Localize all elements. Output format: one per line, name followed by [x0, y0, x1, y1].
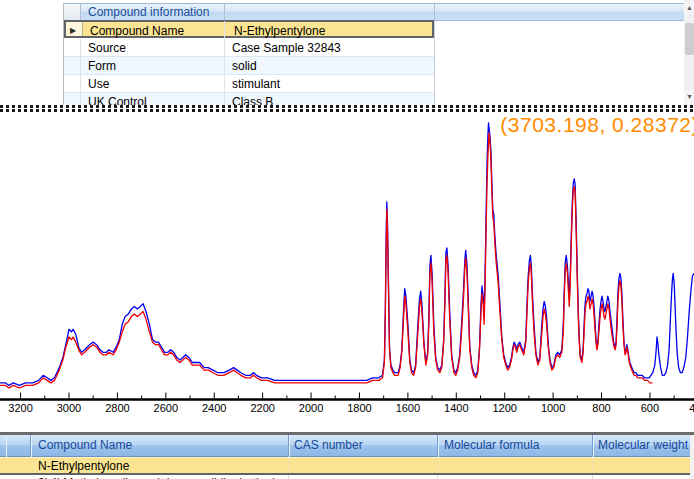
grid-line [437, 475, 438, 479]
property-label[interactable]: Use [88, 77, 109, 91]
current-row-arrow-icon: ▶ [70, 26, 76, 35]
property-value[interactable]: stimulant [232, 77, 280, 91]
grid-line [288, 475, 289, 479]
x-axis-tick-label: 2800 [105, 402, 129, 414]
grid-line [592, 475, 593, 479]
row-selector-cell[interactable] [64, 57, 81, 75]
grid-line [288, 458, 289, 474]
grid-line [437, 458, 438, 474]
row-selector-cell[interactable]: ▶ [66, 22, 83, 36]
column-separator[interactable] [437, 435, 439, 457]
property-label[interactable]: Form [88, 59, 116, 73]
spectrum-plot[interactable]: 3200300028002600240022002000180016001400… [0, 112, 694, 432]
row-selector-cell[interactable] [64, 39, 81, 57]
property-label[interactable]: Compound Name [90, 24, 184, 38]
property-value[interactable]: Case Sample 32843 [232, 41, 341, 55]
scrollbar-thumb[interactable] [685, 23, 694, 55]
property-label[interactable]: Source [88, 41, 126, 55]
result-row-selected[interactable]: N-Ethylpentylone [0, 457, 690, 473]
spectrum-trace-reference-red [0, 133, 652, 388]
column-separator[interactable] [592, 435, 594, 457]
x-axis-tick-label: 2000 [299, 402, 323, 414]
grid-line [434, 21, 435, 105]
results-header-row: Compound Name CAS number Molecular formu… [0, 435, 690, 457]
grid-line [592, 458, 593, 474]
x-axis-tick-label: 1200 [492, 402, 516, 414]
x-axis-tick-label: 2400 [202, 402, 226, 414]
x-axis-tick-label: 1400 [444, 402, 468, 414]
compound-info-table: Compound information ▶ Compound Name N-E… [63, 0, 684, 105]
table-row[interactable]: Form solid [64, 57, 434, 75]
grid-line [64, 56, 434, 57]
grid-line [30, 435, 32, 457]
x-axis-tick-label: 400 [689, 402, 694, 414]
column-header-cas-number[interactable]: CAS number [294, 438, 363, 452]
row-selector-cell[interactable] [64, 75, 81, 93]
column-header-molecular-formula[interactable]: Molecular formula [444, 438, 539, 452]
table-row[interactable]: Source Case Sample 32843 [64, 39, 434, 57]
grid-line [64, 74, 434, 75]
compound-info-header-label: Compound information [88, 5, 209, 19]
grid-line [64, 92, 434, 93]
compound-info-header-row[interactable]: Compound information [64, 3, 684, 21]
x-axis-tick-label: 800 [592, 402, 610, 414]
x-axis-tick-label: 1000 [541, 402, 565, 414]
x-axis-tick-label: 2600 [154, 402, 178, 414]
compound-name-cell[interactable]: N-Ethylpentylone [38, 459, 129, 473]
column-header-molecular-weight[interactable]: Molecular weight [598, 438, 688, 452]
table-right-gap [690, 435, 694, 479]
row-selector-header-stub[interactable] [64, 4, 81, 20]
header-column-separator [224, 4, 225, 20]
spectrum-trace-sample-blue [0, 123, 694, 386]
x-axis-tick-label: 600 [641, 402, 659, 414]
result-row[interactable]: 3',4'-Methylenedioxy-alpha-pyrrolidinobu… [0, 475, 690, 479]
spectroscopy-app-window: { "top_table": { "header": "Compound inf… [0, 0, 694, 479]
property-value[interactable]: solid [232, 59, 257, 73]
x-axis-tick-label: 1600 [396, 402, 420, 414]
grid-line [6, 435, 7, 457]
column-header-compound-name[interactable]: Compound Name [38, 438, 132, 452]
compound-results-table: Compound Name CAS number Molecular formu… [0, 435, 694, 479]
x-axis-tick-label: 3200 [8, 402, 32, 414]
column-separator[interactable] [288, 435, 290, 457]
property-value[interactable]: N-Ethylpentylone [234, 24, 325, 38]
x-axis-tick-label: 2200 [250, 402, 274, 414]
x-axis-tick-label: 1800 [347, 402, 371, 414]
spectrum-chart[interactable]: 3200300028002600240022002000180016001400… [0, 112, 694, 432]
scroll-up-icon[interactable]: ▲ [684, 1, 694, 15]
header-column-separator [434, 4, 435, 20]
pane-splitter[interactable] [0, 105, 694, 112]
x-axis-tick-label: 3000 [57, 402, 81, 414]
scroll-down-icon[interactable]: ▼ [684, 90, 694, 104]
table-row[interactable]: Use stimulant [64, 75, 434, 93]
table-row[interactable]: ▶ Compound Name N-Ethylpentylone [64, 20, 434, 38]
cursor-coordinates-annotation: (3703.198, 0.28372) [500, 113, 694, 137]
vertical-scrollbar[interactable]: ▲ ▼ [684, 0, 694, 105]
